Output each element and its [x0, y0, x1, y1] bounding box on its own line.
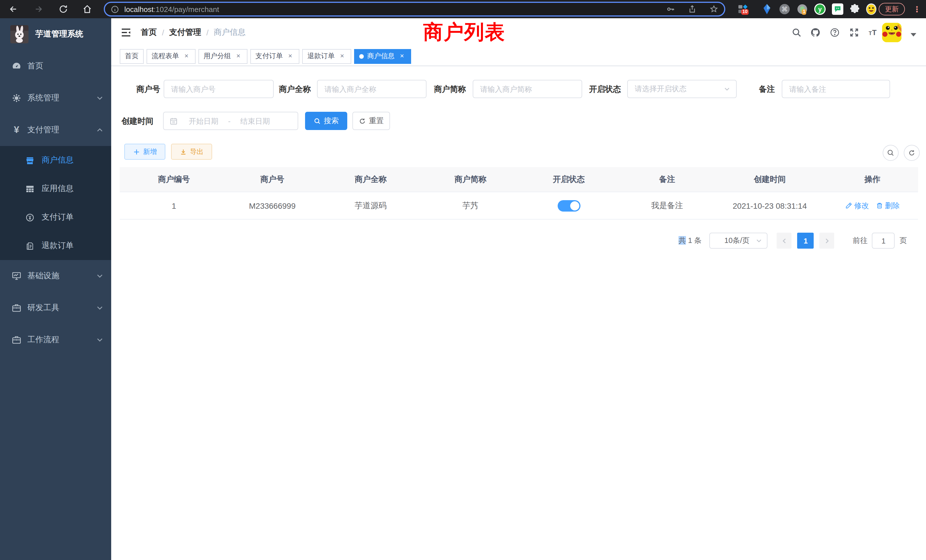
- breadcrumb-separator: /: [206, 28, 209, 37]
- cell-merchant-no: M233666999: [228, 192, 316, 219]
- extensions-puzzle-icon[interactable]: [849, 3, 861, 15]
- merchant-name-label: 商户全称: [275, 80, 311, 98]
- edit-link[interactable]: 修改: [845, 200, 869, 211]
- merchant-table: 商户编号 商户号 商户全称 商户简称 开启状态 备注 创建时间 操作 1 M23…: [120, 167, 918, 219]
- add-button[interactable]: 新增: [124, 144, 165, 160]
- sidebar-item-label: 系统管理: [27, 93, 59, 103]
- close-icon[interactable]: [398, 52, 406, 60]
- date-separator: -: [228, 117, 231, 125]
- tab-process-form[interactable]: 流程表单: [147, 49, 195, 64]
- browser-menu-icon[interactable]: ⋮: [913, 3, 921, 15]
- close-icon[interactable]: [235, 52, 242, 60]
- page-number-1[interactable]: 1: [797, 233, 814, 249]
- browser-home-icon[interactable]: [82, 4, 92, 14]
- sidebar-item-pay-order[interactable]: 支付订单: [0, 203, 111, 232]
- sidebar-item-app-info[interactable]: 应用信息: [0, 174, 111, 203]
- dashboard-icon: [11, 61, 22, 71]
- avatar-caret-icon[interactable]: [911, 33, 916, 36]
- extension-chat-icon[interactable]: [832, 3, 843, 15]
- merchant-no-input[interactable]: [163, 80, 274, 98]
- create-time-range-picker[interactable]: -: [163, 112, 298, 130]
- screen: localhost:1024/pay/merchant 10 ⌘ 1: [0, 0, 926, 560]
- page-size-select[interactable]: 10条/页: [710, 233, 768, 249]
- remark-input[interactable]: [782, 80, 890, 98]
- bookmark-star-icon[interactable]: [709, 5, 719, 14]
- svg-text:T: T: [872, 29, 877, 36]
- sidebar-item-workflow[interactable]: 工作流程: [0, 324, 111, 356]
- grid-icon: [25, 184, 35, 194]
- pagination-total: 共 1 条: [679, 236, 702, 246]
- calendar-icon: [169, 117, 178, 125]
- cell-id: 1: [120, 192, 228, 219]
- collapse-sidebar-icon[interactable]: [120, 27, 132, 38]
- help-icon[interactable]: [830, 27, 840, 38]
- prev-page-button[interactable]: [777, 233, 792, 249]
- status-select[interactable]: 请选择开启状态: [627, 80, 737, 98]
- url-text[interactable]: localhost:1024/pay/merchant: [124, 5, 219, 14]
- col-header-merchant-no: 商户号: [228, 167, 316, 192]
- tab-user-group[interactable]: 用户分组: [198, 49, 247, 64]
- col-header-remark: 备注: [622, 167, 713, 192]
- reset-button[interactable]: 重置: [353, 112, 390, 130]
- password-key-icon[interactable]: [666, 5, 675, 14]
- breadcrumb-current: 商户信息: [214, 27, 246, 38]
- share-icon[interactable]: [688, 5, 697, 14]
- sidebar-item-pay[interactable]: ¥ 支付管理: [0, 114, 111, 146]
- delete-link[interactable]: 删除: [876, 200, 900, 211]
- search-button[interactable]: 搜索: [305, 112, 347, 130]
- sidebar-item-home[interactable]: 首页: [0, 50, 111, 82]
- fullscreen-icon[interactable]: [849, 27, 859, 38]
- breadcrumb-home[interactable]: 首页: [141, 27, 157, 38]
- browser-update-button[interactable]: 更新: [879, 3, 905, 15]
- merchant-short-input[interactable]: [473, 80, 582, 98]
- tab-refund-order[interactable]: 退款订单: [302, 49, 351, 64]
- sidebar-item-label: 应用信息: [42, 184, 74, 194]
- github-icon[interactable]: [810, 27, 820, 38]
- toggle-knob: [570, 201, 579, 210]
- extension-kite-icon[interactable]: [761, 3, 773, 15]
- extension-tabs-icon[interactable]: 10: [738, 3, 749, 15]
- sidebar-item-dev-tools[interactable]: 研发工具: [0, 292, 111, 324]
- goto-page-input[interactable]: [872, 233, 895, 249]
- extension-recorder-icon[interactable]: 1: [797, 3, 808, 15]
- end-date-input[interactable]: [233, 117, 277, 125]
- sidebar-item-infra[interactable]: 基础设施: [0, 260, 111, 292]
- sidebar-item-merchant-info[interactable]: 商户信息: [0, 146, 111, 174]
- app-logo-row[interactable]: 芋道管理系统: [0, 18, 111, 50]
- extension-y-icon[interactable]: y: [814, 3, 826, 15]
- sidebar-item-system[interactable]: 系统管理: [0, 82, 111, 114]
- tab-pay-order[interactable]: 支付订单: [250, 49, 300, 64]
- next-page-button[interactable]: [820, 233, 834, 249]
- browser-forward-icon[interactable]: [34, 4, 44, 14]
- chevron-down-icon: [756, 237, 763, 244]
- breadcrumb-pay[interactable]: 支付管理: [169, 27, 201, 38]
- status-label: 开启状态: [586, 80, 621, 98]
- refresh-table-button[interactable]: [904, 145, 920, 161]
- trash-icon: [876, 202, 883, 209]
- goto-label: 前往: [853, 236, 867, 246]
- user-avatar[interactable]: [882, 23, 902, 42]
- font-size-icon[interactable]: TT: [868, 27, 878, 38]
- header-search-icon[interactable]: [791, 27, 802, 38]
- site-info-icon[interactable]: [110, 5, 119, 14]
- address-bar[interactable]: localhost:1024/pay/merchant: [104, 2, 725, 17]
- browser-reload-icon[interactable]: [58, 4, 68, 14]
- close-icon[interactable]: [183, 52, 191, 60]
- tab-merchant-info[interactable]: 商户信息: [354, 49, 411, 64]
- create-time-label: 创建时间: [118, 112, 153, 130]
- merchant-name-input[interactable]: [317, 80, 427, 98]
- close-icon[interactable]: [338, 52, 346, 60]
- export-button[interactable]: 导出: [171, 144, 212, 160]
- browser-back-icon[interactable]: [8, 4, 18, 14]
- extension-command-icon[interactable]: ⌘: [779, 3, 790, 15]
- edit-icon: [845, 202, 852, 209]
- sidebar-item-refund-order[interactable]: 退款订单: [0, 232, 111, 260]
- profile-emoji-icon[interactable]: [865, 3, 877, 15]
- status-toggle[interactable]: [557, 200, 580, 211]
- close-icon[interactable]: [286, 52, 294, 60]
- tab-home[interactable]: 首页: [120, 49, 144, 64]
- circle-yen-icon: [25, 212, 35, 222]
- start-date-input[interactable]: [181, 117, 226, 125]
- toggle-search-button[interactable]: [883, 145, 899, 161]
- chevron-down-icon: [96, 95, 103, 101]
